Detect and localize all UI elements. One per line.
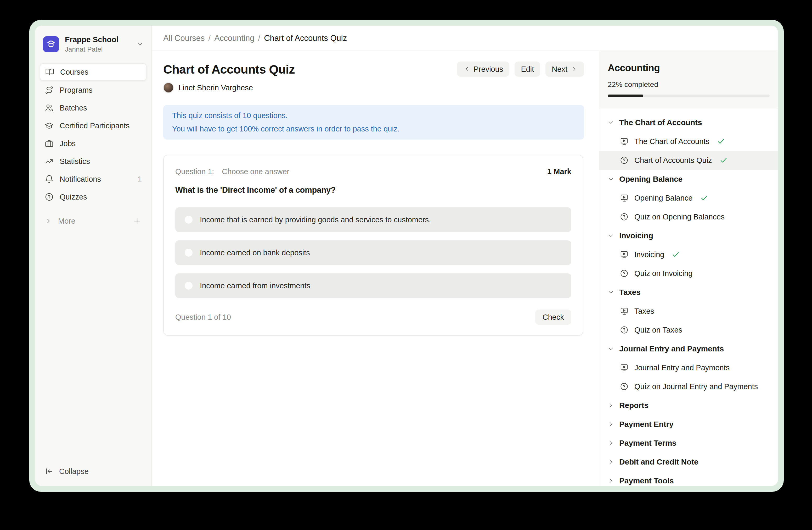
question-progress: Question 1 of 10: [175, 313, 231, 322]
question-number-label: Question 1:: [175, 167, 214, 176]
outline-quiz[interactable]: Quiz on Opening Balances: [599, 207, 778, 226]
sidebar-item-batches[interactable]: Batches: [40, 99, 146, 116]
outline-lesson[interactable]: Journal Entry and Payments: [599, 358, 778, 377]
check-answer-button[interactable]: Check: [535, 309, 571, 325]
chevron-down-icon: [607, 232, 614, 239]
left-sidebar: Frappe School Jannat Patel Courses Progr…: [35, 26, 152, 486]
collapse-sidebar-icon: [44, 467, 53, 476]
outline-quiz[interactable]: Quiz on Taxes: [599, 321, 778, 339]
sidebar-item-courses[interactable]: Courses: [40, 64, 146, 81]
chevron-right-icon: [607, 402, 614, 409]
quiz-icon: [620, 156, 629, 165]
sidebar-item-label: Courses: [60, 68, 88, 76]
quiz-icon: [620, 212, 629, 221]
course-progress-text: 22% completed: [608, 80, 770, 89]
school-switcher[interactable]: Frappe School Jannat Patel: [40, 31, 146, 58]
chevron-right-icon: [607, 440, 614, 447]
outline-section-reports[interactable]: Reports: [599, 396, 778, 415]
radio-button[interactable]: [185, 216, 192, 224]
answer-options: Income that is earned by providing goods…: [175, 207, 571, 298]
sidebar-item-label: Notifications: [60, 175, 101, 184]
outline-lesson[interactable]: The Chart of Accounts: [599, 132, 778, 151]
instruction-line: This quiz consists of 10 questions.: [172, 112, 575, 120]
outline-quiz[interactable]: Quiz on Journal Entry and Payments: [599, 377, 778, 396]
sidebar-item-label: Statistics: [60, 157, 90, 166]
sidebar-item-label: Jobs: [60, 139, 76, 148]
chevron-down-icon: [607, 289, 614, 296]
outline-quiz[interactable]: Quiz on Invoicing: [599, 264, 778, 283]
frappe-school-logo-icon: [43, 36, 59, 52]
users-icon: [44, 103, 54, 113]
previous-button[interactable]: Previous: [457, 61, 510, 77]
content-region: All Courses / Accounting / Chart of Acco…: [152, 26, 778, 486]
breadcrumb: All Courses / Accounting / Chart of Acco…: [163, 33, 347, 43]
sidebar-item-statistics[interactable]: Statistics: [40, 153, 146, 170]
course-progress-fill: [608, 95, 643, 97]
outline-section-payment-entry[interactable]: Payment Entry: [599, 415, 778, 434]
sidebar-item-quizzes[interactable]: Quizzes: [40, 189, 146, 205]
lesson-video-icon: [620, 363, 629, 372]
breadcrumb-current: Chart of Accounts Quiz: [264, 33, 347, 43]
answer-option-3[interactable]: Income earned from investments: [175, 274, 571, 298]
sidebar-item-programs[interactable]: Programs: [40, 82, 146, 98]
outline-section-taxes[interactable]: Taxes: [599, 283, 778, 302]
sidebar-item-jobs[interactable]: Jobs: [40, 135, 146, 152]
desktop-background: Frappe School Jannat Patel Courses Progr…: [0, 0, 812, 530]
chevron-right-icon: [571, 66, 578, 72]
lesson-video-icon: [620, 307, 629, 316]
breadcrumb-all-courses[interactable]: All Courses: [163, 33, 205, 43]
chevron-down-icon: [136, 40, 144, 48]
briefcase-icon: [44, 139, 54, 148]
sidebar-item-notifications[interactable]: Notifications 1: [40, 171, 146, 187]
outline-quiz-current[interactable]: Chart of Accounts Quiz: [599, 151, 778, 170]
sidebar-item-certified-participants[interactable]: Certified Participants: [40, 117, 146, 134]
lesson-video-icon: [620, 137, 629, 146]
sidebar-nav: Courses Programs Batches Certified Parti…: [40, 64, 146, 205]
question-card: Question 1: Choose one answer 1 Mark Wha…: [163, 155, 583, 336]
outline-section-payment-terms[interactable]: Payment Terms: [599, 434, 778, 452]
outline-lesson[interactable]: Taxes: [599, 302, 778, 321]
lesson-video-icon: [620, 194, 629, 203]
sidebar-more-toggle[interactable]: More: [40, 213, 146, 229]
author-name: Linet Sherin Varghese: [178, 84, 253, 92]
question-marks: 1 Mark: [547, 167, 571, 176]
outline-section-debit-credit-note[interactable]: Debit and Credit Note: [599, 452, 778, 471]
trending-up-icon: [44, 157, 54, 166]
quiz-icon: [620, 269, 629, 278]
collapse-sidebar-button[interactable]: Collapse: [40, 463, 146, 479]
answer-option-2[interactable]: Income earned on bank deposits: [175, 240, 571, 265]
school-name: Frappe School: [65, 35, 130, 44]
lesson-video-icon: [620, 250, 629, 259]
next-button[interactable]: Next: [546, 61, 584, 77]
route-icon: [44, 85, 54, 95]
instruction-line: You will have to get 100% correct answer…: [172, 125, 575, 133]
breadcrumb-accounting[interactable]: Accounting: [214, 33, 254, 43]
outline-section-opening-balance[interactable]: Opening Balance: [599, 170, 778, 189]
outline-lesson[interactable]: Invoicing: [599, 245, 778, 264]
quiz-icon: [620, 382, 629, 391]
edit-button[interactable]: Edit: [514, 61, 540, 77]
author-avatar: [163, 83, 174, 93]
bell-icon: [44, 175, 54, 184]
radio-button[interactable]: [185, 282, 192, 290]
book-open-icon: [45, 67, 54, 77]
chevron-left-icon: [463, 66, 470, 72]
answer-option-1[interactable]: Income that is earned by providing goods…: [175, 207, 571, 232]
check-icon: [700, 194, 708, 202]
outline-lesson[interactable]: Opening Balance: [599, 189, 778, 207]
course-title: Accounting: [608, 62, 770, 73]
breadcrumb-bar: All Courses / Accounting / Chart of Acco…: [152, 26, 778, 51]
outline-section-invoicing[interactable]: Invoicing: [599, 226, 778, 245]
outline-section-chart-of-accounts[interactable]: The Chart of Accounts: [599, 113, 778, 132]
chevron-right-icon: [607, 477, 614, 485]
notification-count-badge: 1: [137, 175, 142, 183]
add-shortcut-button[interactable]: [132, 216, 142, 226]
radio-button[interactable]: [185, 249, 192, 256]
chevron-right-icon: [44, 217, 52, 225]
outline-section-journal-entry[interactable]: Journal Entry and Payments: [599, 339, 778, 358]
sidebar-item-label: Batches: [60, 104, 87, 112]
chevron-right-icon: [607, 420, 614, 428]
outline-section-payment-tools[interactable]: Payment Tools: [599, 471, 778, 486]
quiz-main-area: Chart of Accounts Quiz Previous Edit Nex…: [152, 51, 599, 486]
course-outline-panel: Accounting 22% completed The Chart of Ac…: [599, 51, 778, 486]
